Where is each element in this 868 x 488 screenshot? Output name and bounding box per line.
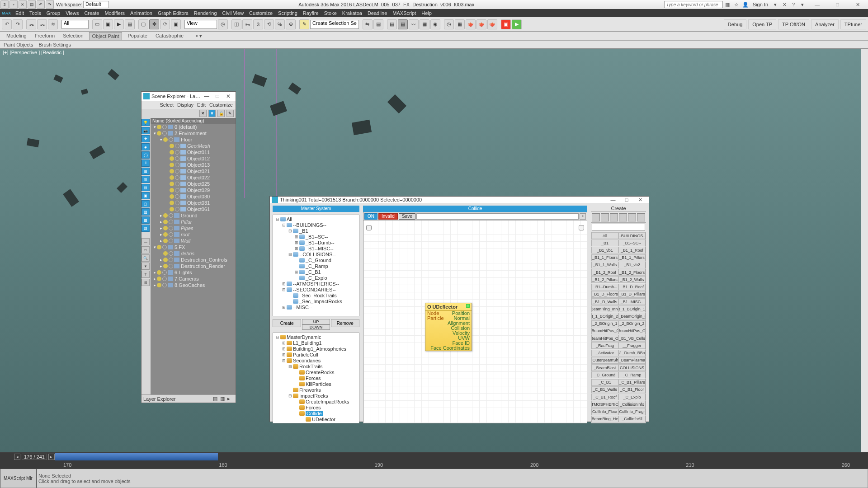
max-logo-icon[interactable]: MAX (2, 11, 11, 15)
tp-tree-item[interactable]: ⊞L1_Building1 (274, 340, 358, 346)
se-foot-3-icon[interactable]: ▸ (227, 396, 234, 402)
tp-create-item[interactable]: _B1_1_Floors (591, 254, 618, 261)
tp-tree-item[interactable]: ⊞_B1--Dumb-- (274, 239, 358, 245)
se-node[interactable]: ▸Wall (151, 238, 236, 244)
undo-icon[interactable]: ↶ (37, 0, 45, 9)
se-tree[interactable]: Name (Sorted Ascending) ▾0 (default)▾2.E… (151, 118, 236, 394)
se-node[interactable]: ▸Destruction_Controls (151, 257, 236, 263)
tp-create-item[interactable]: _B1_D_Roof (618, 284, 646, 291)
menu-edit[interactable]: Edit (13, 10, 27, 16)
new-icon[interactable]: ▫ (9, 0, 18, 9)
tp-create-button[interactable]: Create (273, 319, 301, 327)
bind-icon[interactable]: ≋ (48, 19, 58, 29)
se-node[interactable]: ▾0 (default) (151, 124, 236, 130)
se-node[interactable]: Object013 (151, 162, 236, 168)
tp-maximize-button[interactable]: □ (620, 197, 633, 202)
time-ruler[interactable]: 170180190200210260 (0, 461, 868, 469)
unit-icon[interactable]: ▦ (724, 1, 731, 8)
scene-explorer-icon[interactable]: ▤ (398, 19, 408, 29)
menu-rayfire[interactable]: Rayfire (300, 10, 321, 16)
manip-icon[interactable]: ◫ (231, 19, 241, 29)
se-node[interactable]: Object011 (151, 149, 236, 155)
se-foot-1-icon[interactable]: ▤ (213, 396, 219, 402)
se-side-cam-icon[interactable]: 📷 (142, 127, 150, 134)
keymode-icon[interactable]: 🗝 (242, 19, 252, 29)
tp-tree-item[interactable]: Forces (274, 404, 358, 410)
menu-create[interactable]: Create (81, 10, 102, 16)
tp-down-button[interactable]: DOWN (302, 324, 330, 330)
menu-civil-view[interactable]: Civil View (220, 10, 246, 16)
tp-create-item[interactable]: _B1_D_Pillars (618, 291, 646, 298)
se-node[interactable]: ▾2.Environment (151, 130, 236, 136)
se-side-8-icon[interactable]: ▤ (142, 184, 150, 191)
tp-tree-item[interactable]: _C_Ramp (274, 263, 358, 269)
se-node[interactable]: Object022 (151, 174, 236, 181)
rayfire2-icon[interactable]: ▶ (512, 19, 522, 29)
tp-create-item[interactable]: _B1_vb2 (618, 262, 646, 268)
pctsnap-icon[interactable]: % (275, 19, 285, 29)
sel-rect-icon[interactable]: ▭ (92, 19, 102, 29)
minimize-button[interactable]: — (807, 0, 827, 9)
align-icon[interactable]: ▤ (373, 19, 383, 29)
tp-tree-item[interactable]: Collide (274, 410, 358, 416)
menu-rendering[interactable]: Rendering (191, 10, 220, 16)
tp-tree-item[interactable]: ⊟Secondaries (274, 357, 358, 363)
tp-create-item[interactable]: _B1_1_Roof (618, 247, 646, 253)
tp-tree-item[interactable]: ⊟ImpactRocks (274, 393, 358, 399)
tp-create-item[interactable]: l_OuterBeamSha (591, 357, 618, 364)
tp-create-item[interactable]: _C_B1 (591, 379, 618, 386)
tp-close-button[interactable]: ✕ (633, 197, 647, 203)
search-input[interactable] (664, 1, 723, 8)
ribbon-tab-freeform[interactable]: Freeform (32, 32, 58, 40)
tp-create-item[interactable]: CollInfo_Floor (591, 408, 618, 415)
tp-tree-item[interactable]: ⊟--BUILDINGS-- (274, 222, 358, 228)
anglesnap-icon[interactable]: ⟲ (264, 19, 274, 29)
tp-create-item[interactable]: _2_BOrigin_1 (591, 320, 618, 327)
app-icon[interactable]: 3 (0, 0, 9, 9)
close-button[interactable]: ✕ (848, 0, 868, 9)
tp-create-item[interactable]: _BeamBlast (591, 364, 618, 371)
render-prod-icon[interactable]: 🫖 (466, 19, 476, 29)
tp-create-item[interactable]: _BeamRing_Hea (591, 416, 618, 422)
tp-create-item[interactable]: ATMOSPHERICS (591, 401, 618, 408)
tp-create-1-icon[interactable] (592, 213, 600, 221)
se-node[interactable]: Object012 (151, 155, 236, 162)
se-node[interactable]: Geo:Mesh (151, 143, 236, 149)
ribbon-sub-paint-objects[interactable]: Paint Objects (4, 42, 33, 47)
tp-create-item[interactable]: _B1_2_Walls (618, 276, 646, 283)
tp-create-2-icon[interactable] (601, 213, 609, 221)
tp-create-item[interactable]: _C_Explo (618, 394, 646, 400)
viewport-label[interactable]: [+] [Perspective ] [Realistic ] (3, 50, 64, 55)
se-tree-header[interactable]: Name (Sorted Ascending) (151, 118, 236, 124)
tp-create-item[interactable]: BeamHitPos_Ol (591, 335, 618, 342)
menu-deadline[interactable]: Deadline (365, 10, 390, 16)
command-panel-dock[interactable] (861, 49, 868, 452)
se-menu-display[interactable]: Display (177, 102, 193, 108)
se-side-10-icon[interactable]: ▢ (142, 200, 150, 207)
pivot-icon[interactable]: ◎ (218, 19, 228, 29)
se-node[interactable]: ▸8.GeoCaches (151, 282, 236, 288)
tp-create-item[interactable]: _BeamHitPos_Ol (591, 328, 618, 334)
menu-modifiers[interactable]: Modifiers (102, 10, 127, 16)
se-node[interactable]: ▸Ground (151, 212, 236, 219)
se-side-search-icon[interactable]: 🔍 (142, 254, 150, 262)
unlink-icon[interactable]: ⫗ (37, 19, 47, 29)
render-iter-icon[interactable]: 🫖 (487, 19, 497, 29)
se-maximize-button[interactable]: □ (212, 93, 223, 99)
tp-save-button[interactable]: Save (399, 213, 415, 220)
tp-create-item[interactable]: _B1_D_Walls (591, 298, 618, 305)
tp-create-item[interactable]: _B1_2_Pillars (591, 276, 618, 283)
tp-on-button[interactable]: ON (364, 213, 377, 220)
se-node[interactable]: Object030 (151, 193, 236, 200)
se-node[interactable]: Object031 (151, 200, 236, 206)
toolbar-tptuner[interactable]: TPtuner (840, 19, 866, 29)
se-side-bone-icon[interactable]: ⦀ (142, 160, 150, 167)
se-side-light-icon[interactable]: 💡 (142, 119, 150, 126)
toolbar-analyzer[interactable]: Analyzer (811, 19, 839, 29)
tp-create-item[interactable]: !_1_BOrigin_2 (591, 313, 618, 319)
se-side-6-icon[interactable]: ▦ (142, 168, 150, 175)
signin-link[interactable]: Sign In (753, 2, 768, 7)
se-side-t2-icon[interactable]: ⊞ (142, 279, 150, 286)
tp-create-item[interactable]: _BeamPlasma (618, 357, 646, 364)
render-setup-icon[interactable]: ◷ (444, 19, 454, 29)
